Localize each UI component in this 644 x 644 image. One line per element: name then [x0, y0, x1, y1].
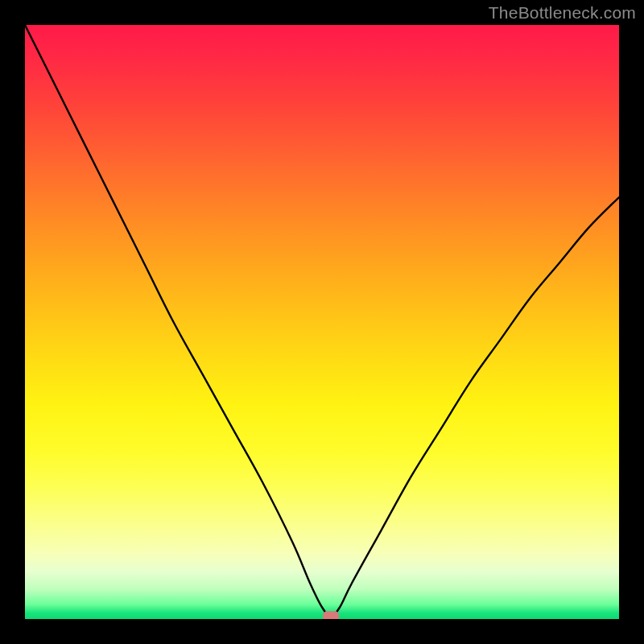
optimum-marker	[323, 611, 339, 619]
chart-frame: TheBottleneck.com	[0, 0, 644, 644]
watermark-text: TheBottleneck.com	[489, 3, 636, 23]
bottleneck-curve	[25, 25, 619, 616]
plot-area	[25, 25, 619, 619]
curve-svg	[25, 25, 619, 619]
